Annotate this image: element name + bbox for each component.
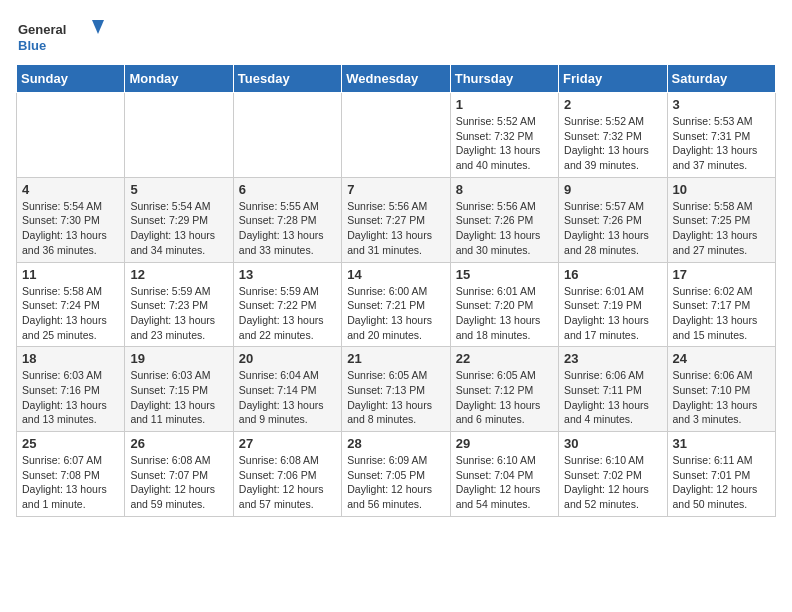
calendar-cell: 6Sunrise: 5:55 AM Sunset: 7:28 PM Daylig… xyxy=(233,177,341,262)
day-info: Sunrise: 6:00 AM Sunset: 7:21 PM Dayligh… xyxy=(347,284,444,343)
header-sunday: Sunday xyxy=(17,65,125,93)
days-header-row: Sunday Monday Tuesday Wednesday Thursday… xyxy=(17,65,776,93)
day-info: Sunrise: 6:06 AM Sunset: 7:10 PM Dayligh… xyxy=(673,368,770,427)
calendar-cell: 23Sunrise: 6:06 AM Sunset: 7:11 PM Dayli… xyxy=(559,347,667,432)
svg-text:General: General xyxy=(18,22,66,37)
header-wednesday: Wednesday xyxy=(342,65,450,93)
day-number: 14 xyxy=(347,267,444,282)
day-info: Sunrise: 6:04 AM Sunset: 7:14 PM Dayligh… xyxy=(239,368,336,427)
day-info: Sunrise: 6:06 AM Sunset: 7:11 PM Dayligh… xyxy=(564,368,661,427)
calendar-cell: 5Sunrise: 5:54 AM Sunset: 7:29 PM Daylig… xyxy=(125,177,233,262)
calendar-week-row: 18Sunrise: 6:03 AM Sunset: 7:16 PM Dayli… xyxy=(17,347,776,432)
calendar-cell: 7Sunrise: 5:56 AM Sunset: 7:27 PM Daylig… xyxy=(342,177,450,262)
day-info: Sunrise: 5:53 AM Sunset: 7:31 PM Dayligh… xyxy=(673,114,770,173)
calendar-cell: 29Sunrise: 6:10 AM Sunset: 7:04 PM Dayli… xyxy=(450,432,558,517)
header-friday: Friday xyxy=(559,65,667,93)
day-info: Sunrise: 6:03 AM Sunset: 7:15 PM Dayligh… xyxy=(130,368,227,427)
day-info: Sunrise: 6:08 AM Sunset: 7:07 PM Dayligh… xyxy=(130,453,227,512)
calendar-cell: 18Sunrise: 6:03 AM Sunset: 7:16 PM Dayli… xyxy=(17,347,125,432)
day-info: Sunrise: 6:02 AM Sunset: 7:17 PM Dayligh… xyxy=(673,284,770,343)
day-number: 12 xyxy=(130,267,227,282)
day-info: Sunrise: 6:01 AM Sunset: 7:20 PM Dayligh… xyxy=(456,284,553,343)
day-info: Sunrise: 5:59 AM Sunset: 7:23 PM Dayligh… xyxy=(130,284,227,343)
day-info: Sunrise: 6:03 AM Sunset: 7:16 PM Dayligh… xyxy=(22,368,119,427)
day-number: 20 xyxy=(239,351,336,366)
day-info: Sunrise: 5:54 AM Sunset: 7:30 PM Dayligh… xyxy=(22,199,119,258)
day-info: Sunrise: 6:10 AM Sunset: 7:02 PM Dayligh… xyxy=(564,453,661,512)
day-number: 28 xyxy=(347,436,444,451)
calendar-week-row: 1Sunrise: 5:52 AM Sunset: 7:32 PM Daylig… xyxy=(17,93,776,178)
calendar-week-row: 25Sunrise: 6:07 AM Sunset: 7:08 PM Dayli… xyxy=(17,432,776,517)
day-info: Sunrise: 6:07 AM Sunset: 7:08 PM Dayligh… xyxy=(22,453,119,512)
calendar-cell: 8Sunrise: 5:56 AM Sunset: 7:26 PM Daylig… xyxy=(450,177,558,262)
header-tuesday: Tuesday xyxy=(233,65,341,93)
calendar-cell: 11Sunrise: 5:58 AM Sunset: 7:24 PM Dayli… xyxy=(17,262,125,347)
day-number: 27 xyxy=(239,436,336,451)
calendar-cell: 15Sunrise: 6:01 AM Sunset: 7:20 PM Dayli… xyxy=(450,262,558,347)
day-number: 9 xyxy=(564,182,661,197)
calendar-cell: 19Sunrise: 6:03 AM Sunset: 7:15 PM Dayli… xyxy=(125,347,233,432)
day-number: 5 xyxy=(130,182,227,197)
logo: General Blue xyxy=(16,16,106,56)
calendar-cell: 21Sunrise: 6:05 AM Sunset: 7:13 PM Dayli… xyxy=(342,347,450,432)
calendar-cell: 20Sunrise: 6:04 AM Sunset: 7:14 PM Dayli… xyxy=(233,347,341,432)
day-number: 29 xyxy=(456,436,553,451)
day-number: 11 xyxy=(22,267,119,282)
day-info: Sunrise: 5:52 AM Sunset: 7:32 PM Dayligh… xyxy=(564,114,661,173)
day-number: 24 xyxy=(673,351,770,366)
day-number: 23 xyxy=(564,351,661,366)
calendar-cell: 31Sunrise: 6:11 AM Sunset: 7:01 PM Dayli… xyxy=(667,432,775,517)
day-number: 6 xyxy=(239,182,336,197)
day-number: 13 xyxy=(239,267,336,282)
calendar-cell: 17Sunrise: 6:02 AM Sunset: 7:17 PM Dayli… xyxy=(667,262,775,347)
day-info: Sunrise: 6:09 AM Sunset: 7:05 PM Dayligh… xyxy=(347,453,444,512)
day-number: 2 xyxy=(564,97,661,112)
day-number: 10 xyxy=(673,182,770,197)
calendar-cell xyxy=(125,93,233,178)
calendar-week-row: 11Sunrise: 5:58 AM Sunset: 7:24 PM Dayli… xyxy=(17,262,776,347)
day-number: 17 xyxy=(673,267,770,282)
svg-text:Blue: Blue xyxy=(18,38,46,53)
calendar-cell: 14Sunrise: 6:00 AM Sunset: 7:21 PM Dayli… xyxy=(342,262,450,347)
logo-svg: General Blue xyxy=(16,16,106,56)
day-info: Sunrise: 6:08 AM Sunset: 7:06 PM Dayligh… xyxy=(239,453,336,512)
day-number: 7 xyxy=(347,182,444,197)
day-info: Sunrise: 6:01 AM Sunset: 7:19 PM Dayligh… xyxy=(564,284,661,343)
calendar-cell: 4Sunrise: 5:54 AM Sunset: 7:30 PM Daylig… xyxy=(17,177,125,262)
calendar-cell: 10Sunrise: 5:58 AM Sunset: 7:25 PM Dayli… xyxy=(667,177,775,262)
day-info: Sunrise: 6:10 AM Sunset: 7:04 PM Dayligh… xyxy=(456,453,553,512)
day-info: Sunrise: 5:57 AM Sunset: 7:26 PM Dayligh… xyxy=(564,199,661,258)
day-info: Sunrise: 5:58 AM Sunset: 7:24 PM Dayligh… xyxy=(22,284,119,343)
calendar-cell: 12Sunrise: 5:59 AM Sunset: 7:23 PM Dayli… xyxy=(125,262,233,347)
calendar-cell: 27Sunrise: 6:08 AM Sunset: 7:06 PM Dayli… xyxy=(233,432,341,517)
calendar-cell: 13Sunrise: 5:59 AM Sunset: 7:22 PM Dayli… xyxy=(233,262,341,347)
calendar-cell: 2Sunrise: 5:52 AM Sunset: 7:32 PM Daylig… xyxy=(559,93,667,178)
header-saturday: Saturday xyxy=(667,65,775,93)
day-info: Sunrise: 6:05 AM Sunset: 7:13 PM Dayligh… xyxy=(347,368,444,427)
calendar-cell xyxy=(233,93,341,178)
day-number: 16 xyxy=(564,267,661,282)
day-info: Sunrise: 5:56 AM Sunset: 7:27 PM Dayligh… xyxy=(347,199,444,258)
calendar-cell: 26Sunrise: 6:08 AM Sunset: 7:07 PM Dayli… xyxy=(125,432,233,517)
day-info: Sunrise: 6:05 AM Sunset: 7:12 PM Dayligh… xyxy=(456,368,553,427)
calendar-cell: 9Sunrise: 5:57 AM Sunset: 7:26 PM Daylig… xyxy=(559,177,667,262)
header-monday: Monday xyxy=(125,65,233,93)
calendar-body: 1Sunrise: 5:52 AM Sunset: 7:32 PM Daylig… xyxy=(17,93,776,517)
day-number: 30 xyxy=(564,436,661,451)
header-thursday: Thursday xyxy=(450,65,558,93)
day-number: 19 xyxy=(130,351,227,366)
calendar-cell: 28Sunrise: 6:09 AM Sunset: 7:05 PM Dayli… xyxy=(342,432,450,517)
calendar-cell: 25Sunrise: 6:07 AM Sunset: 7:08 PM Dayli… xyxy=(17,432,125,517)
day-number: 1 xyxy=(456,97,553,112)
calendar-cell: 3Sunrise: 5:53 AM Sunset: 7:31 PM Daylig… xyxy=(667,93,775,178)
header-area: General Blue xyxy=(16,16,776,56)
day-info: Sunrise: 5:56 AM Sunset: 7:26 PM Dayligh… xyxy=(456,199,553,258)
calendar-cell xyxy=(342,93,450,178)
day-number: 8 xyxy=(456,182,553,197)
day-number: 25 xyxy=(22,436,119,451)
day-info: Sunrise: 5:58 AM Sunset: 7:25 PM Dayligh… xyxy=(673,199,770,258)
day-number: 31 xyxy=(673,436,770,451)
day-number: 26 xyxy=(130,436,227,451)
day-info: Sunrise: 5:52 AM Sunset: 7:32 PM Dayligh… xyxy=(456,114,553,173)
day-number: 3 xyxy=(673,97,770,112)
